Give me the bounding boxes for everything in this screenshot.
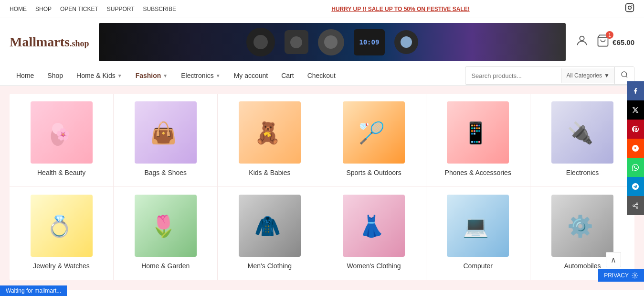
svg-point-1 [628,6,632,10]
category-name: Jewelry & Watches [33,262,90,270]
svg-point-2 [632,5,633,6]
nav-my-account[interactable]: My account [227,66,275,85]
nav-cart[interactable]: Cart [274,66,300,85]
nav-fashion[interactable]: Fashion ▼ [129,66,175,85]
category-image: 🏸 [343,101,405,164]
topbar-shop[interactable]: SHOP [35,6,52,12]
main-content: 🌸Health & Beauty👜Bags & Shoes🧸Kids & Bab… [0,86,644,290]
svg-point-3 [580,36,584,41]
category-image: 🌷 [135,195,197,257]
category-name: Health & Beauty [37,168,85,177]
svg-text:🏸: 🏸 [359,121,385,145]
svg-line-6 [626,76,627,77]
svg-point-26 [636,207,638,208]
category-image: 🧥 [239,195,301,257]
scroll-to-top-button[interactable]: ∧ [606,252,621,267]
svg-text:🧸: 🧸 [254,121,281,145]
category-image: 📱 [447,101,509,164]
svg-text:🌷: 🌷 [150,214,177,239]
header-right: 1 €65.00 [575,34,634,50]
nav-search: All Categories ▼ [465,66,634,85]
facebook-share-button[interactable] [627,81,644,100]
privacy-label: PRIVACY [604,272,629,279]
category-name: Sports & Outdoors [346,168,401,177]
category-image: 👜 [135,101,197,164]
header-banner: 10:09 [99,23,566,61]
account-icon[interactable] [575,34,589,50]
promo-text: HURRY UP !! SALE UP TO 50% ON FESTIVE SA… [331,6,469,12]
category-cell-kids--babies[interactable]: 🧸Kids & Babies [218,94,322,187]
category-image: ⚙️ [551,195,613,257]
nav-items: Home Shop Home & Kids ▼ Fashion ▼ Electr… [10,66,465,85]
search-input[interactable] [465,68,561,83]
category-name: Women's Clothing [347,262,401,270]
svg-text:💍: 💍 [46,214,73,239]
category-name: Phones & Accessories [445,168,511,177]
svg-point-29 [634,274,636,276]
logo[interactable]: Mallmarts.shop [10,35,89,50]
whatsapp-share-button[interactable] [627,158,644,177]
svg-text:👜: 👜 [150,121,177,145]
svg-point-5 [622,72,627,77]
category-name: Electronics [566,168,599,177]
nav-home[interactable]: Home [10,66,41,85]
category-name: Men's Clothing [248,262,292,270]
nav-shop[interactable]: Shop [41,66,70,85]
category-cell-mens-clothing[interactable]: 🧥Men's Clothing [218,187,322,280]
category-image: 👗 [343,195,405,257]
cart-badge: 1 [606,31,613,39]
reddit-share-button[interactable]: R [627,139,644,158]
home-kids-arrow: ▼ [117,73,122,78]
cart-price: €65.00 [612,38,634,46]
generic-share-button[interactable] [627,196,644,215]
category-name: Kids & Babies [249,168,290,177]
category-image: 💍 [31,195,93,257]
svg-text:🔌: 🔌 [567,121,593,145]
status-bar: Waiting for mallmart... [0,285,67,290]
top-bar: HOME SHOP OPEN TICKET SUPPORT SUBSCRIBE … [0,0,644,18]
nav-electronics[interactable]: Electronics ▼ [174,66,227,85]
telegram-share-button[interactable] [627,177,644,196]
instagram-icon[interactable] [625,3,634,15]
category-dropdown-arrow: ▼ [604,72,610,79]
header: Mallmarts.shop 10:09 [0,18,644,66]
svg-text:📱: 📱 [463,121,489,145]
categories-grid: 🌸Health & Beauty👜Bags & Shoes🧸Kids & Bab… [10,94,634,280]
cart-icon: 1 [596,34,610,50]
category-cell-computer[interactable]: 💻Computer [426,187,530,280]
topbar-open-ticket[interactable]: OPEN TICKET [60,6,98,12]
svg-line-28 [634,204,636,205]
topbar-subscribe[interactable]: SUBSCRIBE [143,6,176,12]
category-image: 🌸 [31,101,93,164]
category-cell-jewelry--watches[interactable]: 💍Jewelry & Watches [10,187,114,280]
privacy-button[interactable]: PRIVACY [598,269,644,282]
category-cell-health--beauty[interactable]: 🌸Health & Beauty [10,94,114,187]
nav-checkout[interactable]: Checkout [301,66,342,85]
category-image: 🔌 [551,101,613,164]
svg-rect-0 [626,4,634,12]
category-name: Home & Garden [141,262,190,270]
pinterest-share-button[interactable] [627,120,644,139]
category-name: Bags & Shoes [144,168,187,177]
svg-text:R: R [634,147,636,150]
category-image: 💻 [447,195,509,257]
topbar-support[interactable]: SUPPORT [107,6,135,12]
category-cell-sports--outdoors[interactable]: 🏸Sports & Outdoors [322,94,426,187]
category-cell-home--garden[interactable]: 🌷Home & Garden [114,187,218,280]
twitter-x-share-button[interactable] [627,100,644,120]
svg-line-27 [634,206,636,207]
svg-text:👗: 👗 [359,214,385,239]
logo-name: Mallmarts.shop [10,35,89,50]
category-cell-womens-clothing[interactable]: 👗Women's Clothing [322,187,426,280]
category-name: Computer [464,262,493,270]
category-cell-bags--shoes[interactable]: 👜Bags & Shoes [114,94,218,187]
svg-text:⚙️: ⚙️ [567,214,593,239]
nav-home-kids[interactable]: Home & Kids ▼ [70,66,129,85]
search-category-dropdown[interactable]: All Categories ▼ [561,68,614,83]
cart-wrapper[interactable]: 1 €65.00 [596,34,634,50]
category-cell-phones--accessories[interactable]: 📱Phones & Accessories [426,94,530,187]
svg-text:🌸: 🌸 [56,127,70,141]
category-cell-electronics[interactable]: 🔌Electronics [530,94,634,187]
topbar-home[interactable]: HOME [10,6,27,12]
navbar: Home Shop Home & Kids ▼ Fashion ▼ Electr… [0,66,644,86]
